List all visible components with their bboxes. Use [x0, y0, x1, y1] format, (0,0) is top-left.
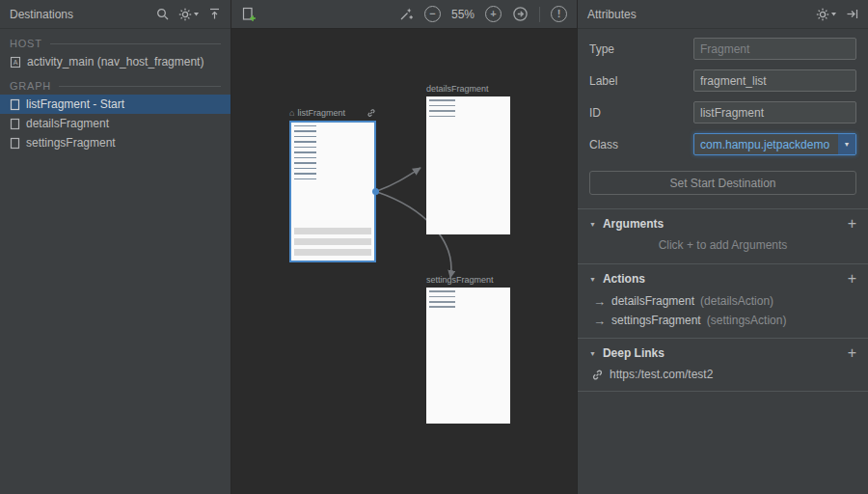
- new-destination-icon[interactable]: [241, 7, 257, 22]
- action-detail: (detailsAction): [700, 294, 773, 308]
- deep-links-section: ▼ Deep Links + https:/test.com/test2: [578, 338, 868, 392]
- destinations-header-icons: [156, 8, 221, 21]
- zoom-out-icon[interactable]: −: [424, 6, 441, 22]
- host-section-text: HOST: [10, 38, 42, 49]
- toolbar-separator: [539, 7, 540, 22]
- plus-glyph: +: [490, 9, 496, 19]
- fragment-node-settings[interactable]: settingsFragment: [426, 274, 510, 424]
- preview-content: [294, 125, 316, 181]
- destinations-header: Destinations: [0, 0, 231, 29]
- hide-panel-icon[interactable]: [846, 8, 858, 20]
- destination-item-settings-fragment[interactable]: settingsFragment: [0, 133, 231, 152]
- design-surface[interactable]: − 55% + !: [231, 0, 577, 494]
- type-row: Type: [589, 38, 856, 60]
- deep-link-item[interactable]: https:/test.com/test2: [578, 367, 868, 391]
- chevron-down-icon[interactable]: ▼: [589, 221, 596, 228]
- add-argument-button[interactable]: +: [848, 216, 856, 232]
- fragment-node-details[interactable]: detailsFragment: [426, 83, 510, 234]
- action-arrow-icon: →: [593, 295, 606, 308]
- auto-arrange-icon[interactable]: [399, 7, 414, 21]
- search-icon[interactable]: [156, 8, 169, 20]
- destination-item-details-fragment[interactable]: detailsFragment: [0, 114, 231, 133]
- id-input[interactable]: [693, 101, 856, 124]
- navigation-editor: Destinations HOST A activity_main: [0, 0, 868, 494]
- reset-zoom-icon[interactable]: [512, 6, 529, 22]
- destinations-panel: Destinations HOST A activity_main: [0, 0, 231, 494]
- class-combo-value: com.hampu.jetpackdemo: [694, 138, 838, 151]
- fragment-node-header: detailsFragment: [426, 83, 510, 95]
- label-label: Label: [589, 74, 693, 88]
- zoom-in-icon[interactable]: +: [485, 6, 502, 22]
- link-icon: [591, 369, 604, 381]
- actions-section: ▼ Actions + → detailsFragment (detailsAc…: [578, 263, 868, 338]
- chevron-down-icon: [194, 13, 199, 16]
- destination-item-label: settingsFragment: [26, 136, 116, 150]
- fragment-preview-settings[interactable]: [426, 288, 510, 424]
- fragment-node-title: listFragment: [297, 108, 345, 118]
- fragment-preview-list[interactable]: [289, 121, 376, 262]
- add-action-button[interactable]: +: [848, 271, 856, 287]
- connection-handle[interactable]: [372, 188, 379, 195]
- type-input[interactable]: [693, 38, 856, 60]
- arguments-empty-hint: Click + to add Arguments: [578, 237, 868, 263]
- class-label: Class: [589, 138, 693, 151]
- fragment-node-header: settingsFragment: [426, 274, 510, 286]
- action-detail: (settingsAction): [707, 314, 787, 327]
- svg-text:A: A: [14, 59, 18, 66]
- id-row: ID: [589, 101, 856, 124]
- add-deep-link-button[interactable]: +: [848, 345, 856, 361]
- chevron-down-icon: [831, 13, 836, 16]
- action-item-details[interactable]: → detailsFragment (detailsAction): [578, 292, 868, 312]
- fragment-icon: [10, 118, 20, 130]
- activity-icon: A: [10, 56, 21, 69]
- chevron-down-icon[interactable]: ▼: [589, 350, 596, 357]
- fragment-icon: [10, 98, 20, 111]
- chevron-down-icon[interactable]: ▼: [589, 276, 596, 283]
- deep-links-section-header: ▼ Deep Links +: [578, 339, 868, 367]
- gear-icon[interactable]: [816, 8, 836, 21]
- action-target: settingsFragment: [611, 314, 701, 327]
- fragment-node-title: settingsFragment: [426, 275, 494, 285]
- deeplink-badge-icon: [366, 108, 376, 118]
- actions-section-title: Actions: [603, 272, 645, 286]
- action-item-settings[interactable]: → settingsFragment (settingsAction): [578, 312, 868, 331]
- arguments-section: ▼ Arguments + Click + to add Arguments: [578, 208, 868, 263]
- attributes-title: Attributes: [587, 8, 637, 21]
- fragment-node-list[interactable]: ⌂ listFragment: [289, 107, 376, 262]
- issues-icon[interactable]: !: [551, 6, 567, 22]
- type-label: Type: [589, 42, 693, 56]
- set-start-destination-button[interactable]: Set Start Destination: [589, 171, 856, 195]
- canvas-viewport[interactable]: ⌂ listFragment detailsFragment: [231, 30, 577, 494]
- action-edge-details[interactable]: [377, 168, 420, 191]
- fragment-preview-details[interactable]: [426, 96, 510, 234]
- class-combo[interactable]: com.hampu.jetpackdemo ▼: [693, 133, 856, 155]
- deep-link-url: https:/test.com/test2: [610, 368, 713, 381]
- action-edges: [231, 30, 577, 494]
- gear-icon[interactable]: [178, 8, 199, 21]
- preview-content: [429, 99, 455, 119]
- class-row: Class com.hampu.jetpackdemo ▼: [589, 133, 856, 155]
- destination-item-label: listFragment - Start: [26, 97, 124, 111]
- destination-item-label: detailsFragment: [26, 117, 109, 130]
- arguments-section-header: ▼ Arguments +: [578, 209, 868, 237]
- attributes-form: Type Label ID Class com.hampu.jetpackdem…: [578, 29, 868, 167]
- fragment-node-title: detailsFragment: [426, 84, 489, 94]
- exclamation-glyph: !: [557, 9, 561, 19]
- destination-item-list-fragment[interactable]: listFragment - Start: [0, 95, 231, 114]
- preview-content: [429, 290, 455, 310]
- preview-content: [294, 228, 371, 257]
- attributes-header: Attributes: [578, 0, 868, 29]
- zoom-level: 55%: [451, 8, 475, 21]
- arguments-section-title: Arguments: [603, 217, 664, 231]
- label-row: Label: [589, 69, 856, 92]
- destination-item-activity-main[interactable]: A activity_main (nav_host_fragment): [0, 52, 231, 71]
- host-section-label: HOST: [0, 29, 231, 52]
- actions-list: → detailsFragment (detailsAction) → sett…: [578, 292, 868, 338]
- start-destination-icon: ⌂: [289, 109, 294, 118]
- collapse-all-icon[interactable]: [208, 8, 221, 20]
- attributes-panel: Attributes Type Label ID: [577, 0, 868, 494]
- chevron-down-icon[interactable]: ▼: [838, 134, 855, 154]
- action-arrow-icon: →: [593, 315, 606, 327]
- id-label: ID: [589, 106, 693, 120]
- label-input[interactable]: [693, 69, 856, 92]
